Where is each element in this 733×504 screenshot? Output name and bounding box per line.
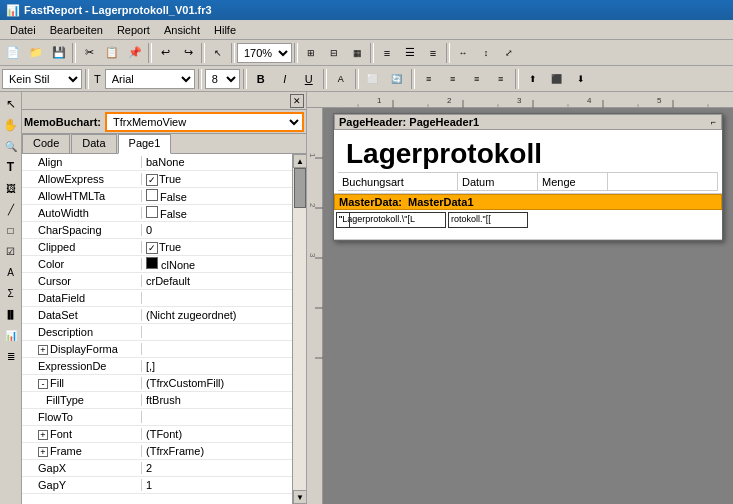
- copy-btn[interactable]: 📋: [101, 42, 123, 64]
- menu-datei[interactable]: Datei: [4, 23, 42, 37]
- style-combo[interactable]: Kein Stil: [2, 69, 82, 89]
- vert-bot-btn[interactable]: ⬇: [570, 68, 592, 90]
- vert-mid-btn[interactable]: ⬛: [546, 68, 568, 90]
- table-header-extra: [608, 173, 718, 191]
- view-btn[interactable]: ▦: [346, 42, 368, 64]
- txt-align1-btn[interactable]: ≡: [418, 68, 440, 90]
- underline-btn[interactable]: U: [298, 68, 320, 90]
- prop-description: Description: [22, 324, 292, 341]
- txt-align3-btn[interactable]: ≡: [466, 68, 488, 90]
- scroll-down-btn[interactable]: ▼: [293, 490, 306, 504]
- prop-filltype: FillType ftBrush: [22, 392, 292, 409]
- master-data-label: MasterData:: [339, 196, 402, 208]
- table-header-menge: Menge: [538, 173, 608, 191]
- autowidth-check[interactable]: [146, 206, 158, 218]
- canvas-area: 1 2 3 4 5: [307, 92, 733, 504]
- height-btn[interactable]: ↕: [475, 42, 497, 64]
- tool-a[interactable]: A: [1, 262, 21, 282]
- grid-btn[interactable]: ⊞: [300, 42, 322, 64]
- tool-lines[interactable]: ≣: [1, 346, 21, 366]
- font-color-btn[interactable]: A: [330, 68, 352, 90]
- tool-arrow[interactable]: ↖: [1, 94, 21, 114]
- align-l-btn[interactable]: ⬜: [362, 68, 384, 90]
- tool-check[interactable]: ☑: [1, 241, 21, 261]
- font-combo[interactable]: Arial: [105, 69, 195, 89]
- cut-btn[interactable]: ✂: [78, 42, 100, 64]
- tool-chart[interactable]: 📊: [1, 325, 21, 345]
- toolbar-2: Kein Stil T Arial 8 B I U A ⬜ 🔄 ≡ ≡ ≡ ≡ …: [0, 66, 733, 92]
- props-scroll-area: Align baNone AllowExpress ✓True AllowHTM…: [22, 154, 306, 504]
- vert-top-btn[interactable]: ⬆: [522, 68, 544, 90]
- prop-gapx: GapX 2: [22, 460, 292, 477]
- undo-btn[interactable]: ↩: [154, 42, 176, 64]
- ruler-vertical: 1 2 3: [307, 108, 323, 504]
- props-list[interactable]: Align baNone AllowExpress ✓True AllowHTM…: [22, 154, 292, 504]
- tool-zoom[interactable]: 🔍: [1, 136, 21, 156]
- displayforma-expand[interactable]: +: [38, 345, 48, 355]
- page-header-name: PageHeader1: [409, 116, 479, 128]
- tool-text[interactable]: T: [1, 157, 21, 177]
- prop-fill: -Fill (TfrxCustomFill): [22, 375, 292, 392]
- cursor-btn[interactable]: ↖: [207, 42, 229, 64]
- both-btn[interactable]: ⤢: [498, 42, 520, 64]
- tool-barcode[interactable]: ▐▌: [1, 304, 21, 324]
- lager-title: Lagerprotokoll: [338, 134, 718, 172]
- fill-expand[interactable]: -: [38, 379, 48, 389]
- ruler-v-ticks: [307, 108, 323, 504]
- menu-bearbeiten[interactable]: Bearbeiten: [44, 23, 109, 37]
- rtf-btn[interactable]: 🔄: [386, 68, 408, 90]
- allowhtml-check[interactable]: [146, 189, 158, 201]
- field-2[interactable]: "Lagerprotokoll.\"[L: [336, 212, 446, 228]
- menu-ansicht[interactable]: Ansicht: [158, 23, 206, 37]
- align-right-btn[interactable]: ≡: [422, 42, 444, 64]
- zoom-combo[interactable]: 170%: [237, 43, 292, 63]
- prop-datafield: DataField: [22, 290, 292, 307]
- tool-picture[interactable]: 🖼: [1, 178, 21, 198]
- align-left-btn[interactable]: ≡: [376, 42, 398, 64]
- grid2-btn[interactable]: ⊟: [323, 42, 345, 64]
- tab-code[interactable]: Code: [22, 134, 70, 153]
- props-title-bar: ✕: [22, 92, 306, 110]
- txt-align4-btn[interactable]: ≡: [490, 68, 512, 90]
- txt-align2-btn[interactable]: ≡: [442, 68, 464, 90]
- scroll-up-btn[interactable]: ▲: [293, 154, 306, 168]
- redo-btn[interactable]: ↪: [177, 42, 199, 64]
- tool-sigma[interactable]: Σ: [1, 283, 21, 303]
- menu-hilfe[interactable]: Hilfe: [208, 23, 242, 37]
- paste-btn[interactable]: 📌: [124, 42, 146, 64]
- clipped-check[interactable]: ✓: [146, 242, 158, 254]
- align-center-btn[interactable]: ☰: [399, 42, 421, 64]
- sep8: [85, 69, 89, 89]
- scroll-thumb[interactable]: [294, 168, 306, 208]
- page-header-band-header: PageHeader: PageHeader1 ⌐: [334, 114, 722, 130]
- save-btn[interactable]: 💾: [48, 42, 70, 64]
- tab-data[interactable]: Data: [71, 134, 116, 153]
- tool-line[interactable]: ╱: [1, 199, 21, 219]
- frame-expand[interactable]: +: [38, 447, 48, 457]
- allowexpress-check[interactable]: ✓: [146, 174, 158, 186]
- font-expand[interactable]: +: [38, 430, 48, 440]
- size-combo[interactable]: 8: [205, 69, 240, 89]
- main-area: ↖ ✋ 🔍 T 🖼 ╱ □ ☑ A Σ ▐▌ 📊 ≣ ✕ MemoBuchart…: [0, 92, 733, 504]
- tool-hand[interactable]: ✋: [1, 115, 21, 135]
- ruler-horizontal: 1 2 3 4 5: [307, 92, 733, 108]
- new-btn[interactable]: 📄: [2, 42, 24, 64]
- props-panel: ✕ MemoBuchart: TfrxMemoView Code Data Pa…: [22, 92, 307, 504]
- props-scrollbar-v: ▲ ▼: [292, 154, 306, 504]
- bold-btn[interactable]: B: [250, 68, 272, 90]
- tab-page1[interactable]: Page1: [118, 134, 172, 154]
- font-icon: T: [94, 73, 101, 85]
- table-header-buchungsart: Buchungsart: [338, 173, 458, 191]
- component-combo[interactable]: TfrxMemoView: [105, 112, 304, 132]
- tool-rect[interactable]: □: [1, 220, 21, 240]
- width-btn[interactable]: ↔: [452, 42, 474, 64]
- menu-report[interactable]: Report: [111, 23, 156, 37]
- field-3[interactable]: rotokoll."[[: [448, 212, 528, 228]
- scroll-track[interactable]: [293, 168, 306, 490]
- italic-btn[interactable]: I: [274, 68, 296, 90]
- prop-allowhtml: AllowHTMLTa False: [22, 188, 292, 205]
- prop-frame: +Frame (TfrxFrame): [22, 443, 292, 460]
- open-btn[interactable]: 📁: [25, 42, 47, 64]
- table-header-datum: Datum: [458, 173, 538, 191]
- props-close-btn[interactable]: ✕: [290, 94, 304, 108]
